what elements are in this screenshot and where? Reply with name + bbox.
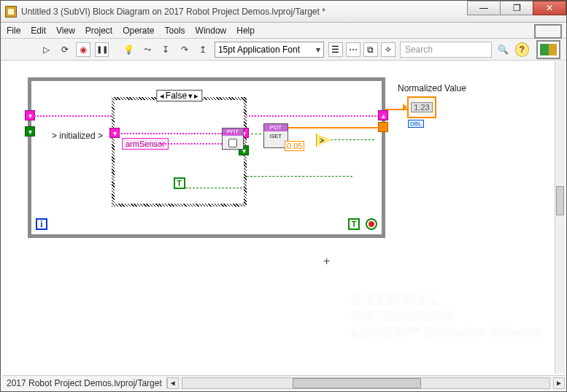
toolbar: 15pt Application Font ☰ ⋯ ⧉ ✧ Search ? [1, 39, 566, 61]
help-button[interactable]: ? [515, 42, 529, 57]
vertical-scrollbar[interactable] [555, 61, 565, 374]
pot-open-header: POT [223, 128, 243, 136]
menu-edit[interactable]: Edit [31, 26, 46, 36]
wire-pink [31, 115, 112, 117]
menu-bar: File Edit View Project Operate Tools Win… [1, 23, 566, 39]
pot-open-vi[interactable]: POT [222, 128, 244, 150]
status-path: 2017 Robot Project Demos.lvproj/Target [2, 378, 167, 388]
menu-project[interactable]: Project [85, 26, 112, 36]
cursor-crosshair-icon: + [323, 255, 330, 268]
pot-get-header: POT [264, 124, 288, 131]
loop-condition-terminal[interactable] [366, 218, 377, 230]
window-title: Untitled 3 (SubVI) Block Diagram on 2017… [21, 7, 325, 17]
vertical-scroll-thumb[interactable] [556, 186, 564, 215]
align-objects-button[interactable]: ☰ [328, 42, 343, 57]
wire-green [243, 176, 352, 177]
menu-help[interactable]: Help [236, 26, 255, 36]
greater-than-node[interactable]: > [316, 134, 332, 147]
reorder-button[interactable]: ⧉ [363, 42, 378, 57]
block-diagram-canvas[interactable]: Normalized Value 1.23 DBL > initialized … [2, 61, 555, 369]
wire-orange [287, 127, 382, 128]
close-button[interactable]: ✕ [533, 1, 566, 15]
normalized-value-label: Normalized Value [398, 83, 466, 93]
case-value: False [166, 91, 187, 101]
hscroll-left-button[interactable]: ◄ [167, 377, 179, 389]
step-out-button[interactable] [196, 42, 210, 57]
iteration-terminal[interactable]: i [36, 218, 47, 230]
stop-true-constant[interactable]: T [348, 218, 360, 230]
highlight-execution-button[interactable] [122, 42, 136, 57]
run-continuous-button[interactable] [58, 42, 72, 57]
pot-open-body-icon [223, 136, 243, 150]
case-next-icon[interactable]: ▸ [194, 91, 198, 101]
status-bar: 2017 Robot Project Demos.lvproj/Target ◄… [2, 375, 565, 390]
cleanup-button[interactable]: ✧ [381, 42, 396, 57]
pause-button[interactable] [95, 42, 109, 57]
wire-pink [160, 143, 222, 145]
menu-tools[interactable]: Tools [165, 26, 185, 36]
abort-button[interactable] [76, 42, 90, 57]
pot-get-label: GET [264, 131, 288, 139]
menu-view[interactable]: View [56, 26, 75, 36]
horizontal-scroll-thumb[interactable] [293, 378, 421, 388]
indicator-value: 1.23 [411, 102, 432, 112]
run-button[interactable] [39, 42, 53, 57]
case-frame: armSensor POT T [116, 101, 242, 202]
case-structure[interactable]: ◂ False ▾ ▸ armSensor POT T [112, 97, 247, 207]
app-icon [5, 6, 17, 18]
wire-green [182, 188, 242, 188]
case-selector[interactable]: ◂ False ▾ ▸ [156, 90, 202, 101]
search-placeholder: Search [405, 45, 433, 55]
menu-operate[interactable]: Operate [123, 26, 154, 36]
tunnel-bool-in[interactable] [25, 126, 35, 137]
maximize-button[interactable]: ❐ [500, 1, 533, 15]
threshold-constant[interactable]: 0.05 [285, 141, 304, 151]
wire-pink [116, 133, 242, 134]
search-input[interactable]: Search [400, 42, 492, 58]
minimize-button[interactable]: — [467, 1, 501, 15]
vi-icon[interactable] [536, 40, 560, 59]
window-titlebar: Untitled 3 (SubVI) Block Diagram on 2017… [1, 1, 566, 23]
retain-wire-values-button[interactable] [140, 42, 154, 57]
horizontal-scrollbar[interactable] [182, 377, 550, 389]
while-loop[interactable]: > initialized > i T POT GET 0.05 > ◂ Fal… [28, 77, 385, 238]
wire-green [331, 139, 374, 140]
watermark: NATIONAL INSTRUMENTS LabVIEW™ Evaluation… [352, 291, 541, 340]
case-dropdown-icon[interactable]: ▾ [188, 91, 193, 101]
step-over-button[interactable] [177, 42, 191, 57]
search-icon[interactable] [496, 42, 510, 57]
menu-window[interactable]: Window [196, 26, 227, 36]
normalized-value-indicator[interactable]: 1.23 [407, 96, 436, 118]
case-true-constant[interactable]: T [174, 177, 185, 189]
menu-file[interactable]: File [7, 26, 20, 36]
hscroll-right-button[interactable]: ► [553, 377, 565, 389]
font-selector[interactable]: 15pt Application Font [215, 42, 324, 58]
dbl-type-icon: DBL [408, 120, 424, 128]
case-prev-icon[interactable]: ◂ [160, 91, 164, 101]
wire-pink [243, 115, 382, 117]
distribute-objects-button[interactable]: ⋯ [346, 42, 360, 57]
initialized-label: > initialized > [52, 131, 103, 141]
step-into-button[interactable] [159, 42, 173, 57]
font-selector-label: 15pt Application Font [218, 45, 300, 55]
